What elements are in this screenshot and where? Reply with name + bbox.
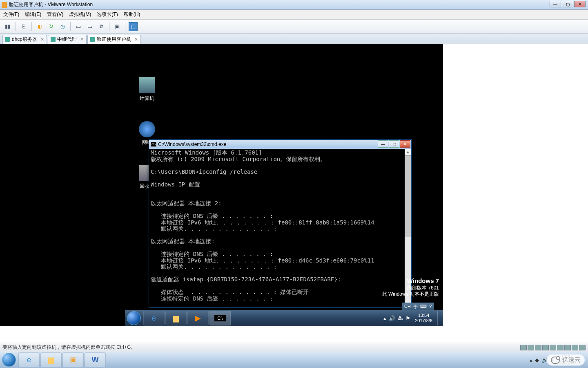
vm-icon — [51, 37, 56, 42]
fullscreen-icon[interactable]: ▢ — [129, 22, 138, 31]
tab-client[interactable]: 验证使用客户机 ✕ — [87, 35, 141, 44]
cmd-minimize-button[interactable]: — — [378, 140, 388, 148]
ime-icon[interactable]: ㊥ — [413, 303, 418, 310]
statusbar-text: 要将输入定向到该虚拟机，请在虚拟机内部单击或按 Ctrl+G。 — [2, 344, 136, 351]
host-tb-word[interactable]: W — [85, 352, 106, 367]
guest-right-blank — [443, 44, 588, 343]
tab-label: 验证使用客户机 — [97, 36, 131, 43]
tray-arrow-icon[interactable]: ▴ — [530, 357, 532, 363]
separator — [70, 22, 71, 31]
cmd-window[interactable]: C:\ C:\Windows\system32\cmd.exe — ▢ ✕ Mi… — [149, 139, 412, 308]
guest-desktop[interactable]: 计算机 网络 回收站 C:\ C:\Windows\system32\cmd.e… — [0, 44, 443, 326]
menu-file[interactable]: 文件(F) — [3, 11, 19, 18]
clock-time: 13:54 — [415, 313, 432, 318]
tab-dhcp[interactable]: dhcp服务器 ✕ — [2, 35, 47, 44]
suspend-icon[interactable]: ◐ — [35, 22, 44, 31]
windows-orb-icon — [127, 311, 141, 325]
tab-relay[interactable]: 中继代理 ✕ — [48, 35, 87, 44]
host-tb-explorer[interactable]: ▆ — [40, 352, 62, 367]
device-message-icon[interactable] — [579, 345, 586, 350]
flag-icon[interactable]: ⚑ — [405, 315, 410, 321]
watermark-line: Windows 7 — [382, 277, 439, 285]
start-button[interactable] — [125, 310, 143, 326]
host-taskbar: e ▆ ▣ W ▴ ◆ 🔊 ● 13:54 2017/8/6 — [0, 352, 588, 368]
connect-icon[interactable]: ⎘ — [19, 22, 28, 31]
host-tb-vmware[interactable]: ▣ — [62, 352, 84, 367]
guest-clock[interactable]: 13:54 2017/8/6 — [412, 313, 436, 323]
power-on-icon[interactable]: ▮▮ — [3, 22, 12, 31]
host-start-button[interactable] — [0, 352, 18, 368]
host-tb-ie[interactable]: e — [18, 352, 40, 367]
menu-help[interactable]: 帮助(H) — [124, 11, 140, 18]
tray-arrow-icon[interactable]: ▴ — [383, 315, 386, 321]
lang-code[interactable]: CH — [404, 304, 411, 309]
separator — [125, 22, 125, 31]
cmd-close-button[interactable]: ✕ — [400, 140, 410, 148]
clock-date: 2017/8/6 — [415, 318, 432, 323]
watermark-text: 亿速云 — [562, 356, 581, 364]
windows-watermark: Windows 7 内部版本 7601 此 Windows 副本不是正版 — [382, 277, 439, 298]
language-bar[interactable]: CH ㊥ ⌨ ? — [402, 303, 434, 310]
cmd-title: C:\Windows\system32\cmd.exe — [158, 141, 226, 147]
vm-icon — [5, 37, 10, 42]
ime-option-icon[interactable]: ⌨ — [420, 304, 427, 309]
taskbar-explorer[interactable]: ▆ — [165, 311, 187, 325]
desktop-icon-computer[interactable]: 计算机 — [134, 77, 160, 102]
scroll-thumb[interactable] — [405, 155, 411, 237]
vmware-tabs: dhcp服务器 ✕ 中继代理 ✕ 验证使用客户机 ✕ — [0, 34, 588, 44]
cmd-maximize-button[interactable]: ▢ — [389, 140, 399, 148]
guest-taskbar: e ▆ ▶ C:\ ▴ 🔊 🖧 ⚑ 13:54 2017/8/6 — [125, 310, 443, 326]
device-floppy-icon[interactable] — [535, 345, 541, 350]
menu-tabs[interactable]: 选项卡(T) — [97, 11, 118, 18]
vmware-statusbar: 要将输入定向到该虚拟机，请在虚拟机内部单击或按 Ctrl+G。 — [0, 343, 588, 352]
device-usb-icon[interactable] — [550, 345, 556, 350]
tray-app-icon[interactable]: ◆ — [535, 357, 539, 363]
view2-icon[interactable]: ▭ — [85, 22, 94, 31]
maximize-button[interactable]: ▢ — [562, 1, 573, 7]
taskbar-wmp[interactable]: ▶ — [187, 311, 209, 325]
menu-edit[interactable]: 编辑(E) — [25, 11, 41, 18]
watermark-line: 此 Windows 副本不是正版 — [382, 291, 439, 298]
device-cd-icon[interactable] — [528, 345, 534, 350]
cmd-window-controls: — ▢ ✕ — [377, 140, 410, 148]
unity-icon[interactable]: ▣ — [113, 22, 122, 31]
menu-vm[interactable]: 虚拟机(M) — [69, 11, 91, 18]
device-sound-icon[interactable] — [557, 345, 564, 350]
watermark-line: 内部版本 7601 — [382, 285, 439, 292]
tab-label: dhcp服务器 — [12, 36, 37, 43]
cmd-output[interactable]: Microsoft Windows [版本 6.1.7601] 版权所有 (c)… — [149, 149, 411, 307]
reset-icon[interactable]: ↻ — [47, 22, 56, 31]
separator — [16, 22, 16, 31]
view3-icon[interactable]: ⧉ — [97, 22, 106, 31]
device-net-icon[interactable] — [542, 345, 549, 350]
help-icon[interactable]: ? — [429, 304, 432, 309]
cmd-titlebar[interactable]: C:\ C:\Windows\system32\cmd.exe — ▢ ✕ — [149, 140, 411, 149]
show-desktop-button[interactable] — [437, 311, 442, 325]
vmware-toolbar: ▮▮ ⎘ ◐ ↻ ◷ ▭ ▭ ⧉ ▣ ▢ — [0, 20, 588, 34]
icon-label: 计算机 — [140, 95, 154, 101]
close-button[interactable]: ✕ — [574, 1, 586, 7]
cloud-logo-icon — [551, 357, 560, 364]
close-tab-icon[interactable]: ✕ — [40, 37, 44, 42]
menu-view[interactable]: 查看(V) — [47, 11, 63, 18]
computer-icon — [139, 77, 155, 93]
volume-icon[interactable]: 🔊 — [389, 315, 395, 321]
view1-icon[interactable]: ▭ — [74, 22, 83, 31]
vmware-icon — [2, 2, 7, 8]
scroll-up-icon[interactable]: ▲ — [405, 149, 411, 155]
device-display-icon[interactable] — [572, 345, 578, 350]
device-hdd-icon[interactable] — [520, 345, 527, 350]
tab-label: 中继代理 — [57, 36, 77, 43]
device-printer-icon[interactable] — [564, 345, 571, 350]
cmd-icon: C:\ — [151, 142, 156, 147]
taskbar-ie[interactable]: e — [143, 311, 165, 325]
close-tab-icon[interactable]: ✕ — [80, 37, 84, 42]
host-title: 验证使用客户机 - VMware Workstation — [9, 1, 93, 8]
guest-tray: ▴ 🔊 🖧 ⚑ 13:54 2017/8/6 — [382, 311, 443, 325]
minimize-button[interactable]: — — [550, 1, 561, 7]
taskbar-cmd[interactable]: C:\ — [209, 311, 231, 325]
network-tray-icon[interactable]: 🖧 — [398, 315, 403, 321]
snapshot-icon[interactable]: ◷ — [58, 22, 67, 31]
vmware-menubar: 文件(F) 编辑(E) 查看(V) 虚拟机(M) 选项卡(T) 帮助(H) — [0, 10, 588, 20]
close-tab-icon[interactable]: ✕ — [134, 37, 138, 42]
